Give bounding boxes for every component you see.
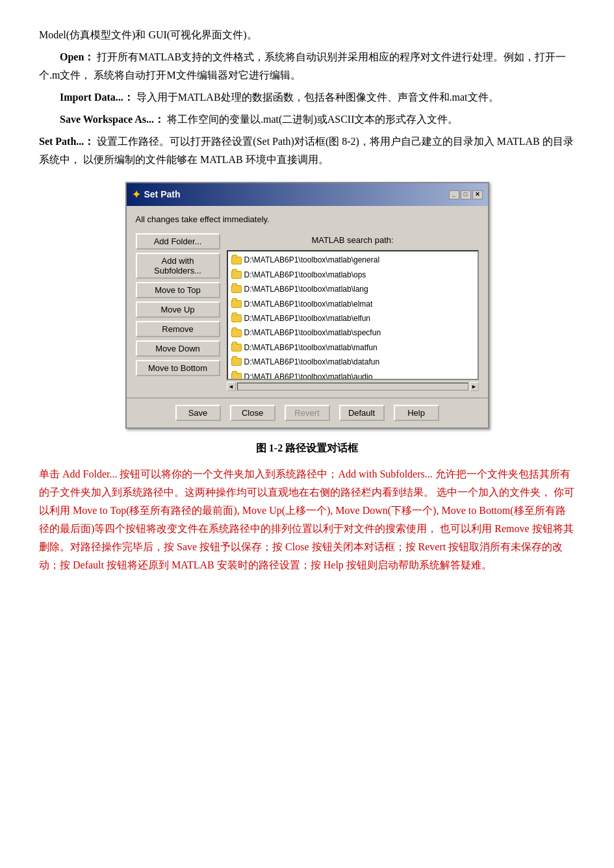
close-button[interactable]: ✕	[472, 190, 483, 199]
description-para: 单击 Add Folder... 按钮可以将你的一个文件夹加入到系统路径中；Ad…	[39, 465, 575, 574]
path-list-item[interactable]: D:\MATLAB6P1\toolbox\matlab\elfun	[229, 311, 476, 326]
revert-button[interactable]: Revert	[285, 405, 330, 421]
folder-icon	[231, 314, 242, 322]
move-down-button[interactable]: Move Down	[136, 340, 220, 357]
set-path-dialog[interactable]: ✦ Set Path _ □ ✕ All changes take effect…	[125, 182, 489, 429]
dialog-titlebar: ✦ Set Path _ □ ✕	[127, 183, 488, 206]
folder-icon	[231, 285, 242, 293]
fig-caption: 图 1-2 路径设置对话框	[39, 439, 575, 457]
path-list-item[interactable]: D:\MATLAB6P1\toolbox\matlab\audio	[229, 370, 476, 381]
folder-icon	[231, 300, 242, 308]
close-dialog-button[interactable]: Close	[230, 405, 275, 421]
open-para: Open： 打开所有MATLAB支持的文件格式，系统将自动识别并采用相应的程序对…	[39, 48, 575, 84]
left-buttons-panel: Add Folder... Add with Subfolders... Mov…	[136, 233, 220, 391]
path-text: D:\MATLAB6P1\toolbox\matlab\datafun	[244, 355, 380, 368]
open-text: 打开所有MATLAB支持的文件格式，系统将自动识别并采用相应的程序对文件进行处理…	[39, 51, 566, 81]
title-left: ✦ Set Path	[132, 186, 181, 203]
dialog-footer: Save Close Revert Default Help	[127, 398, 488, 428]
path-list-item[interactable]: D:\MATLAB6P1\toolbox\matlab\ops	[229, 268, 476, 282]
folder-icon	[231, 358, 242, 366]
save-para: Save Workspace As...： 将工作空间的变量以.mat(二进制)…	[39, 110, 575, 129]
intro-line1: Model(仿真模型文件)和 GUI(可视化界面文件)。	[39, 26, 575, 44]
path-text: D:\MATLAB6P1\toolbox\matlab\elmat	[244, 298, 373, 311]
folder-icon	[231, 329, 242, 337]
path-list: D:\MATLAB6P1\toolbox\matlab\generalD:\MA…	[228, 251, 478, 380]
page-content: Model(仿真模型文件)和 GUI(可视化界面文件)。 Open： 打开所有M…	[39, 26, 575, 574]
path-list-item[interactable]: D:\MATLAB6P1\toolbox\matlab\matfun	[229, 340, 476, 355]
dialog-body: All changes take effect immediately. Add…	[127, 206, 488, 398]
maximize-button[interactable]: □	[461, 190, 471, 199]
remove-button[interactable]: Remove	[136, 321, 220, 337]
import-text: 导入用于MATLAB处理的数据函数，包括各种图像文件、声音文件和.mat文件。	[134, 92, 499, 103]
path-list-panel: MATLAB search path: D:\MATLAB6P1\toolbox…	[227, 233, 479, 391]
horizontal-scrollbar[interactable]	[237, 383, 468, 390]
folder-icon	[231, 257, 242, 264]
minimize-button[interactable]: _	[449, 190, 459, 199]
folder-icon	[231, 271, 242, 279]
open-label: Open：	[60, 51, 94, 62]
dialog-content: Add Folder... Add with Subfolders... Mov…	[136, 233, 479, 391]
default-button[interactable]: Default	[339, 405, 385, 421]
setpath-text: 设置工作路径。可以打开路径设置(Set Path)对话框(图 8-2)，将用户自…	[39, 136, 574, 165]
help-button[interactable]: Help	[394, 405, 439, 421]
path-list-item[interactable]: D:\MATLAB6P1\toolbox\matlab\specfun	[229, 326, 476, 340]
scroll-left-button[interactable]: ◄	[227, 382, 236, 391]
move-to-bottom-button[interactable]: Move to Bottom	[136, 360, 220, 376]
path-list-item[interactable]: D:\MATLAB6P1\toolbox\matlab\datafun	[229, 355, 476, 369]
dialog-subtitle: All changes take effect immediately.	[136, 212, 479, 227]
folder-icon	[231, 344, 242, 351]
add-folder-button[interactable]: Add Folder...	[136, 233, 220, 249]
path-label: MATLAB search path:	[227, 233, 479, 248]
dialog-title: Set Path	[144, 187, 181, 203]
setpath-para: Set Path...： 设置工作路径。可以打开路径设置(Set Path)对话…	[39, 133, 575, 169]
scroll-right-button[interactable]: ►	[470, 382, 479, 391]
path-list-item[interactable]: D:\MATLAB6P1\toolbox\matlab\elmat	[229, 297, 476, 311]
path-text: D:\MATLAB6P1\toolbox\matlab\matfun	[244, 341, 377, 354]
setpath-label: Set Path...：	[39, 136, 94, 147]
path-list-item[interactable]: D:\MATLAB6P1\toolbox\matlab\general	[229, 253, 476, 267]
move-up-button[interactable]: Move Up	[136, 301, 220, 318]
dialog-wrapper: ✦ Set Path _ □ ✕ All changes take effect…	[39, 182, 575, 429]
move-to-top-button[interactable]: Move to Top	[136, 282, 220, 298]
path-text: D:\MATLAB6P1\toolbox\matlab\general	[244, 253, 380, 266]
path-text: D:\MATLAB6P1\toolbox\matlab\lang	[244, 283, 368, 296]
save-label: Save Workspace As...：	[60, 114, 164, 125]
import-para: Import Data...： 导入用于MATLAB处理的数据函数，包括各种图像…	[39, 88, 575, 107]
window-buttons: _ □ ✕	[449, 190, 483, 199]
path-text: D:\MATLAB6P1\toolbox\matlab\ops	[244, 268, 366, 281]
path-list-item[interactable]: D:\MATLAB6P1\toolbox\matlab\lang	[229, 282, 476, 296]
path-text: D:\MATLAB6P1\toolbox\matlab\elfun	[244, 312, 371, 325]
add-with-subfolders-button[interactable]: Add with Subfolders...	[136, 253, 220, 279]
matlab-icon: ✦	[132, 186, 140, 203]
save-text: 将工作空间的变量以.mat(二进制)或ASCII文本的形式存入文件。	[164, 114, 458, 125]
folder-icon	[231, 373, 242, 381]
path-list-wrapper[interactable]: D:\MATLAB6P1\toolbox\matlab\generalD:\MA…	[227, 250, 479, 380]
import-label: Import Data...：	[60, 92, 134, 103]
path-text: D:\MATLAB6P1\toolbox\matlab\specfun	[244, 326, 381, 339]
path-text: D:\MATLAB6P1\toolbox\matlab\audio	[244, 370, 373, 381]
save-button[interactable]: Save	[175, 405, 221, 421]
